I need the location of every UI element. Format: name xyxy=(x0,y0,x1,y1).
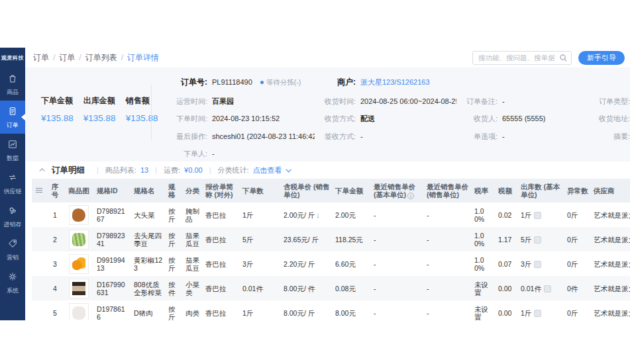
cell-tax: 0.00 xyxy=(496,300,518,320)
sidebar-item-supply[interactable]: 供应链 xyxy=(0,167,25,200)
main-area: 订单/订单/订单列表/订单详情 新手引导 下单金额¥135.88出库金额¥135… xyxy=(25,48,630,320)
outbound-edit-icon[interactable] xyxy=(534,261,541,268)
order-number-field: 订单号: PL91118490 等待分拣(-) xyxy=(166,77,315,88)
cell-recent_base: - xyxy=(371,300,424,320)
select-all-icon[interactable] xyxy=(36,188,42,193)
field-value: 配送 xyxy=(360,114,375,124)
cell-recent_base: - xyxy=(371,227,424,251)
cell-id: D79892167 xyxy=(94,203,131,227)
cell-name: D猪肉 xyxy=(131,300,166,320)
cell-qty: 1斤 xyxy=(240,203,281,227)
cell-price: 8.00元/ 斤 xyxy=(281,300,333,320)
cell-quote: 香巴拉 xyxy=(203,300,240,320)
order-info-field: 运营时间:百果园 xyxy=(166,97,315,107)
cell-supplier: 艺术就是派大星 xyxy=(591,251,630,276)
cell-abnormal: 0斤 xyxy=(564,300,591,320)
breadcrumb-item[interactable]: 订单列表 xyxy=(85,52,117,64)
order-info-field: 收货地址:配送广州 xyxy=(589,114,630,124)
cell-img xyxy=(64,227,94,251)
cell-select[interactable] xyxy=(32,276,46,300)
cell-spec: 按斤 xyxy=(166,300,183,320)
cell-recent_sale: - xyxy=(424,300,472,320)
collapse-chevron-icon[interactable] xyxy=(39,168,44,173)
cell-img xyxy=(64,203,94,227)
cell-abnormal: 0斤 xyxy=(564,251,591,276)
sidebar-item-system[interactable]: 系统 xyxy=(0,266,25,299)
cell-id: D99199413 xyxy=(94,251,131,276)
outbound-edit-icon[interactable] xyxy=(534,236,541,244)
table-row: 5D1978616D猪肉按斤肉类香巴拉1斤8.00元/ 斤8.00元--未设置0… xyxy=(32,300,630,320)
cell-spec: 按斤 xyxy=(166,251,183,276)
cell-select[interactable] xyxy=(32,227,46,251)
column-header: 规格名 xyxy=(131,179,166,203)
divider: | xyxy=(97,166,99,174)
cell-abnormal: 0斤 xyxy=(564,227,591,251)
outbound-edit-icon[interactable] xyxy=(534,310,541,317)
info-icon[interactable]: i xyxy=(407,193,414,199)
cell-qty: 3斤 xyxy=(240,251,281,276)
column-header: 最近销售单价 (基本单位)i xyxy=(371,179,424,203)
summary-value: ¥135.88 xyxy=(126,113,158,123)
cell-select[interactable] xyxy=(32,203,46,227)
search-input[interactable] xyxy=(472,51,572,65)
cell-img xyxy=(64,276,94,300)
breadcrumb-item[interactable]: 订单详情 xyxy=(127,52,159,64)
marketing-icon xyxy=(7,238,19,252)
sidebar-item-goods[interactable]: 商品 xyxy=(0,68,25,101)
cell-id: D79892341 xyxy=(94,227,131,251)
cell-num: 2 xyxy=(46,227,64,251)
expand-chevron-icon[interactable] xyxy=(286,167,291,172)
detail-title: 订单明细 xyxy=(52,165,85,176)
summary-item: 下单金额¥135.88 xyxy=(41,95,74,161)
sidebar-item-orders[interactable]: 订单 xyxy=(0,101,25,134)
order-info-row: 运营时间:百果园收货时间:2024-08-25 06:00~2024-08-25… xyxy=(166,97,630,107)
cell-supplier: 艺术就是派大星 xyxy=(591,276,630,300)
summary-label: 销售额 xyxy=(126,95,158,107)
cell-name: 黄彩椒123 xyxy=(131,251,166,276)
sidebar-item-marketing[interactable]: 营销 xyxy=(0,233,25,266)
order-info-panel: 下单金额¥135.88出库金额¥135.88销售额¥135.88 订单号: PL… xyxy=(25,68,630,161)
column-header: 出库数 (基本单位) xyxy=(518,179,564,203)
cell-spec: 按件 xyxy=(166,276,183,300)
cell-name: 去头尾四季豆 xyxy=(131,227,166,251)
cell-select[interactable] xyxy=(32,300,46,320)
category-stats-link[interactable]: 点击查看 xyxy=(253,165,282,175)
order-items-table-wrap: 序号商品图规格ID规格名规格分类报价单简称 (对外)下单数含税单价 (销售单位)… xyxy=(25,179,630,320)
newbie-guide-button[interactable]: 新手引导 xyxy=(578,51,625,65)
breadcrumb-separator: / xyxy=(79,53,81,62)
column-header xyxy=(32,179,46,203)
sidebar-item-inventory[interactable]: 进销存 xyxy=(0,200,25,233)
field-value: - xyxy=(212,150,215,158)
breadcrumb-item[interactable]: 订单 xyxy=(33,52,49,64)
sidebar-item-data[interactable]: 数据 xyxy=(0,134,25,167)
category-stats-label: 分类统计: xyxy=(217,165,248,175)
cell-out: 3斤 xyxy=(518,251,564,276)
cell-price: 8.00元/ 件 xyxy=(281,276,333,300)
column-header: 含税单价 (销售单位) xyxy=(281,179,333,203)
cell-amount: 2.00元 xyxy=(333,203,371,227)
merchant-link[interactable]: 派大星123/S1262163 xyxy=(360,77,430,87)
order-items-table: 序号商品图规格ID规格名规格分类报价单简称 (对外)下单数含税单价 (销售单位)… xyxy=(32,179,630,320)
outbound-edit-icon[interactable] xyxy=(544,285,551,293)
cell-select[interactable] xyxy=(32,251,46,276)
breadcrumb-item[interactable]: 订单 xyxy=(59,52,75,64)
sidebar-item-label: 订单 xyxy=(7,121,19,130)
cell-quote: 香巴拉 xyxy=(203,276,240,300)
cell-tax: 0.00 xyxy=(496,276,518,300)
cell-tax: 0.02 xyxy=(496,203,518,227)
order-number-label: 订单号: xyxy=(166,77,207,88)
product-image xyxy=(69,230,89,250)
outbound-edit-icon[interactable] xyxy=(534,212,541,219)
cell-cat: 茄果瓜豆 xyxy=(183,251,203,276)
cell-tax_rate: 1.00% xyxy=(472,203,496,227)
cell-supplier: 艺术就是派大星 xyxy=(591,203,630,227)
cell-tax_rate: 未设置 xyxy=(472,300,496,320)
cell-id: D1978616 xyxy=(94,300,131,320)
field-label: 订单备注: xyxy=(456,97,498,107)
cell-tax_rate: 1.00% xyxy=(472,251,496,276)
cell-amount: 0.08元 xyxy=(333,276,371,300)
sidebar-item-label: 数据 xyxy=(7,154,19,163)
app-logo: 观麦科技 xyxy=(0,48,25,68)
data-icon xyxy=(7,138,19,153)
cell-id: D167990631 xyxy=(94,276,131,300)
